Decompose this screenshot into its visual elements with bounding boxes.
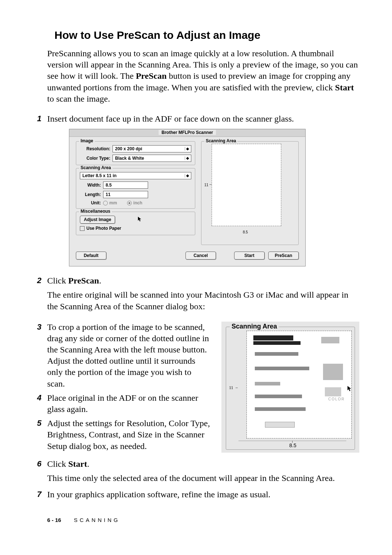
resolution-value: 200 x 200 dpi: [115, 146, 142, 151]
default-button[interactable]: Default: [76, 252, 106, 260]
colortype-select[interactable]: Black & White ◆: [113, 155, 191, 162]
page-heading: How to Use PreScan to Adjust an Image: [54, 29, 359, 41]
step-2-after: The entire original will be scanned into…: [47, 289, 359, 312]
photo-paper-label: Use Photo Paper: [86, 226, 121, 231]
step-6-number: 6: [37, 459, 47, 469]
misc-group: Miscellaneous Adjust Image Use Photo Pap…: [76, 212, 195, 235]
dialog-title: Brother MFLPro Scanner: [159, 130, 216, 135]
cursor-icon: [137, 216, 143, 223]
unit-inch-radio[interactable]: inch: [127, 200, 142, 205]
scanning-area-group: Scanning Area Letter 8.5 x 11 in ◆ Width…: [76, 168, 195, 209]
cancel-button[interactable]: Cancel: [185, 252, 216, 260]
preview-group-title: Scanning Area: [204, 138, 238, 143]
step-5-text: Adjust the settings for Resolution, Colo…: [47, 418, 211, 452]
image-group-title: Image: [79, 138, 95, 143]
step-6-after: This time only the selected area of the …: [47, 473, 359, 484]
inset-preview-area[interactable]: COLOR: [246, 331, 352, 438]
image-group: Image Resolution: 200 x 200 dpi ◆ Color …: [76, 141, 195, 165]
scanarea-preset-select[interactable]: Letter 8.5 x 11 in ◆: [80, 172, 191, 179]
step-6-b1: Start: [68, 459, 87, 469]
resolution-select[interactable]: 200 x 200 dpi ◆: [113, 145, 191, 152]
step-7-text: In your graphics application software, r…: [47, 489, 359, 500]
width-label: Width:: [80, 183, 103, 188]
page-number: 6 - 16: [47, 517, 61, 523]
inset-title: Scanning Area: [230, 323, 279, 330]
length-label: Length:: [80, 192, 103, 197]
step-6-t2: .: [87, 459, 89, 469]
width-input[interactable]: 8.5: [103, 181, 148, 189]
step-5-number: 5: [37, 419, 47, 428]
step-6-text: Click Start.: [47, 458, 359, 470]
checkbox-icon: [80, 226, 85, 231]
dropdown-icon: ◆: [185, 147, 190, 151]
intro-t3: to scan the image.: [47, 94, 110, 103]
dropdown-icon: ◆: [185, 174, 190, 177]
inset-axis-x-label: 8.5: [289, 442, 296, 448]
intro-b2: Start: [335, 83, 354, 92]
start-button[interactable]: Start: [234, 252, 265, 260]
step-2-t2: .: [99, 276, 101, 285]
preview-axis-y-label: 11: [204, 183, 208, 187]
step-1-text: Insert document face up in the ADF or fa…: [47, 113, 359, 125]
step-6-t1: Click: [47, 459, 68, 469]
preview-area[interactable]: [212, 144, 281, 226]
preview-group: Scanning Area 11 8.5: [201, 141, 299, 245]
unit-label: Unit:: [80, 200, 103, 205]
page-footer: 6 - 16 SCANNING: [47, 517, 359, 523]
step-7-number: 7: [37, 490, 47, 499]
step-2-text: Click PreScan.: [47, 275, 359, 286]
intro-b1: PreScan: [136, 71, 167, 81]
colortype-value: Black & White: [115, 156, 144, 161]
step-4-text: Place original in the ADF or on the scan…: [47, 392, 211, 415]
adjust-image-button[interactable]: Adjust Image: [80, 216, 115, 224]
scanner-dialog: Brother MFLPro Scanner Image Resolution:…: [69, 129, 306, 266]
dropdown-icon: ◆: [185, 156, 190, 160]
prescan-button[interactable]: PreScan: [268, 252, 299, 260]
unit-inch-label: inch: [133, 200, 142, 205]
inset-axis-y-label: 11: [229, 385, 233, 391]
inset-color-label: COLOR: [328, 397, 345, 401]
photo-paper-checkbox[interactable]: Use Photo Paper: [80, 226, 121, 231]
colortype-label: Color Type:: [80, 156, 113, 161]
step-2-b1: PreScan: [68, 276, 99, 285]
radio-icon: [103, 201, 108, 205]
resolution-label: Resolution:: [80, 146, 113, 151]
step-3-number: 3: [37, 322, 47, 332]
scanning-area-group-title: Scanning Area: [79, 165, 113, 170]
section-label: SCANNING: [74, 517, 120, 523]
preview-axis-x-label: 8.5: [243, 230, 248, 234]
step-1-number: 1: [37, 114, 47, 123]
dialog-titlebar: Brother MFLPro Scanner: [69, 129, 305, 137]
misc-group-title: Miscellaneous: [79, 209, 112, 214]
scanning-area-inset: Scanning Area 11: [221, 322, 359, 453]
step-3-text: To crop a portion of the image to be sca…: [47, 322, 211, 389]
unit-mm-radio[interactable]: mm: [103, 200, 117, 205]
intro-paragraph: PreScanning allows you to scan an image …: [47, 48, 359, 105]
step-2-t1: Click: [47, 276, 68, 285]
axis-tick: [209, 184, 212, 185]
radio-icon: [127, 201, 132, 205]
step-2-number: 2: [37, 276, 47, 285]
cursor-icon: [346, 385, 352, 393]
scanarea-preset-value: Letter 8.5 x 11 in: [82, 173, 117, 178]
length-input[interactable]: 11: [103, 191, 148, 198]
unit-mm-label: mm: [109, 200, 117, 205]
step-4-number: 4: [37, 393, 47, 403]
